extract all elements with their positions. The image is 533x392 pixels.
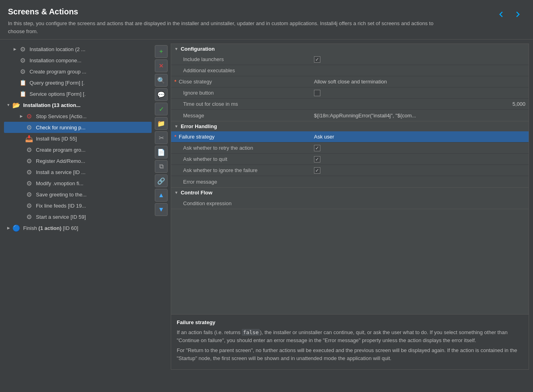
prop-label: * Failure strategy — [171, 132, 311, 141]
form-icon: 📋 — [18, 78, 27, 87]
prop-value[interactable]: Ask user — [311, 132, 529, 141]
required-star: * — [174, 79, 176, 85]
tree-item-fix-line[interactable]: ⚙ Fix line feeds [ID 19... — [4, 200, 152, 211]
prop-add-executables: Additional executables — [171, 65, 529, 76]
gear-icon: ⚙ — [18, 56, 27, 65]
checkbox-include-launchers[interactable] — [314, 56, 320, 63]
tree-item-save-greeting[interactable]: ⚙ Save greeting to the... — [4, 189, 152, 200]
prop-ask-quit: Ask whether to quit — [171, 154, 529, 165]
tree-label: Install files [ID 55] — [36, 136, 77, 142]
move-down-button[interactable]: ▼ — [155, 203, 168, 216]
message-button[interactable]: 💬 — [155, 88, 168, 101]
link-button[interactable]: 🔗 — [155, 174, 168, 187]
check-button[interactable]: ✓ — [155, 103, 168, 115]
tree-label: Installation (13 action... — [23, 102, 81, 108]
tree-item-install-comp[interactable]: ⚙ Installation compone... — [4, 55, 152, 66]
section-control-flow-header[interactable]: ▼ Control Flow — [171, 188, 529, 198]
checkbox-ask-quit[interactable] — [314, 156, 320, 162]
page-title: Screens & Actions — [8, 7, 525, 16]
prop-value[interactable] — [311, 55, 529, 64]
remove-button[interactable]: ✕ — [155, 59, 168, 72]
copy-button[interactable]: 📄 — [155, 146, 168, 158]
cut-button[interactable]: ✂ — [155, 131, 168, 144]
prop-value[interactable] — [311, 180, 529, 183]
tree-item-finish[interactable]: 🔵 Finish (1 action) [ID 60] — [4, 222, 152, 234]
finish-icon: 🔵 — [12, 224, 21, 232]
stop-gear-icon: ⚙ — [25, 112, 34, 121]
help-section: Failure strategy If an action fails (i.e… — [171, 314, 529, 369]
prop-ignore-button: Ignore button — [171, 87, 529, 99]
tree-label: Installation compone... — [30, 57, 81, 63]
scrollable-props: ▼ Configuration Include launchers Additi… — [171, 44, 529, 314]
prop-label-text: Time out for close in ms — [183, 101, 238, 107]
prop-value — [311, 69, 529, 72]
tree-item-service-opts[interactable]: 📋 Service options [Form] [. — [4, 88, 152, 99]
gear-icon: ⚙ — [25, 179, 34, 188]
prop-label: Ask whether to ignore the failure — [171, 166, 311, 175]
prop-include-launchers: Include launchers — [171, 54, 529, 65]
tree-label: Save greeting to the... — [36, 192, 87, 198]
gear-icon: ⚙ — [25, 212, 34, 221]
tree-item-register-add[interactable]: ⚙ Register Add/Remo... — [4, 155, 152, 166]
next-button[interactable] — [511, 7, 525, 22]
prop-label-text: Ask whether to retry the action — [183, 145, 253, 151]
expand-arrow — [6, 102, 11, 108]
gear-icon: ⚙ — [25, 123, 34, 132]
tree-item-install-loc[interactable]: ⚙ Installation location (2 ... — [4, 44, 152, 55]
search-button[interactable]: 🔍 — [155, 74, 168, 87]
tree-item-modify-vm[interactable]: ⚙ Modify .vmoption fi... — [4, 178, 152, 189]
gear-icon: ⚙ — [25, 145, 34, 154]
prop-value[interactable]: ${i18n:AppRunningError("install4j", "${c… — [311, 111, 529, 120]
tree-item-stop-services[interactable]: ⚙ Stop Services [Actio... — [4, 111, 152, 122]
prop-label-text: Include launchers — [183, 56, 224, 62]
collapse-arrow: ▼ — [174, 47, 178, 51]
prop-value[interactable] — [311, 143, 529, 153]
add-button[interactable]: + — [155, 45, 168, 58]
expand-arrow — [12, 46, 18, 52]
prop-value[interactable]: Allow soft close and termination — [311, 77, 529, 86]
move-up-button[interactable]: ▲ — [155, 189, 168, 202]
help-code: false — [242, 329, 260, 336]
tree-label: Service options [Form] [. — [30, 91, 86, 97]
tree-item-install-service[interactable]: ⚙ Install a service [ID ... — [4, 166, 152, 178]
section-error-handling: ▼ Error Handling * Failure strategy Ask … — [171, 121, 529, 188]
prop-value[interactable] — [311, 166, 529, 175]
checkbox-ask-retry[interactable] — [314, 145, 320, 151]
prop-label: Error message — [171, 177, 311, 186]
section-control-flow: ▼ Control Flow Condition expression — [171, 188, 529, 209]
prop-value-text: Ask user — [314, 134, 334, 140]
tree-item-create-prog2[interactable]: ⚙ Create program gro... — [4, 144, 152, 155]
prop-value[interactable] — [311, 154, 529, 164]
tree-label: Fix line feeds [ID 19... — [36, 203, 86, 209]
tree-item-installation[interactable]: 📂 Installation (13 action... — [4, 99, 152, 111]
tree-item-create-prog[interactable]: ⚙ Create program group ... — [4, 66, 152, 77]
tree-label: Create program group ... — [30, 69, 86, 75]
section-configuration-header[interactable]: ▼ Configuration — [171, 44, 529, 54]
collapse-arrow: ▼ — [174, 190, 178, 195]
gear-icon: ⚙ — [25, 168, 34, 176]
tree-item-query-greet[interactable]: 📋 Query greeting [Form] [. — [4, 77, 152, 88]
tree-label: Stop Services [Actio... — [36, 113, 87, 119]
paste-button[interactable]: ⧉ — [155, 160, 168, 173]
prop-value[interactable] — [311, 88, 529, 98]
gear-icon: ⚙ — [25, 190, 34, 199]
checkbox-ignore-button[interactable] — [314, 90, 320, 96]
folder-icon: 📂 — [12, 101, 21, 109]
section-error-handling-header[interactable]: ▼ Error Handling — [171, 121, 529, 131]
tree-label: Modify .vmoption fi... — [36, 180, 83, 186]
tree-item-start-service[interactable]: ⚙ Start a service [ID 59] — [4, 211, 152, 222]
checkbox-ask-ignore[interactable] — [314, 167, 320, 174]
section-configuration: ▼ Configuration Include launchers Additi… — [171, 44, 529, 121]
folder-button[interactable]: 📁 — [155, 117, 168, 130]
prop-value-text: 5,000 — [314, 101, 525, 107]
collapse-arrow: ▼ — [174, 124, 178, 129]
tree-label: Install a service [ID ... — [36, 169, 85, 175]
nav-arrows — [494, 7, 525, 22]
prop-value[interactable] — [311, 202, 529, 205]
tree-item-install-files[interactable]: 📥 Install files [ID 55] — [4, 133, 152, 144]
tree-label: Installation location (2 ... — [30, 46, 85, 52]
prev-button[interactable] — [494, 7, 508, 22]
tree-panel: ⚙ Installation location (2 ... ⚙ Install… — [4, 44, 152, 370]
prop-value[interactable]: 5,000 — [311, 99, 529, 109]
tree-item-check-running[interactable]: ⚙ Check for running p... — [4, 122, 152, 133]
